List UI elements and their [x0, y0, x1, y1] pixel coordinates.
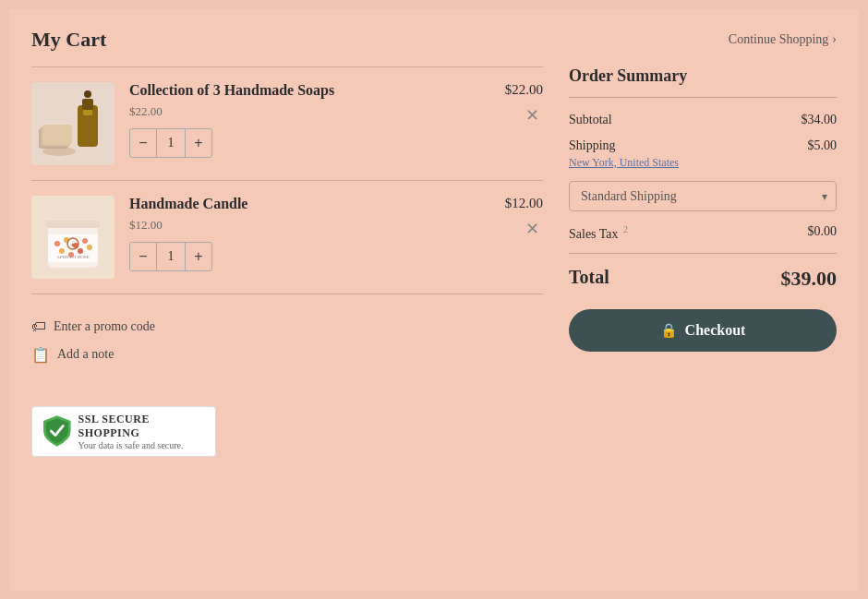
- svg-rect-3: [42, 125, 72, 145]
- cart-title: My Cart: [31, 28, 106, 52]
- qty-decrease-candle[interactable]: −: [130, 242, 156, 271]
- qty-value-candle: 1: [156, 243, 186, 270]
- svg-text:APRICOT ROSE: APRICOT ROSE: [56, 255, 89, 259]
- qty-increase-soap[interactable]: +: [186, 128, 211, 158]
- quantity-control-candle: − 1 +: [129, 242, 212, 271]
- main-layout: Collection of 3 Handmade Soaps $22.00 − …: [31, 66, 837, 457]
- promo-icon: 🏷: [31, 318, 46, 335]
- item-name-soap: Collection of 3 Handmade Soaps: [129, 82, 473, 99]
- order-summary: Order Summary Subtotal $34.00 Shipping N…: [569, 66, 837, 457]
- ssl-text: SSL SECURE SHOPPING Your data is safe an…: [78, 413, 204, 450]
- item-price-candle: $12.00: [488, 196, 543, 211]
- item-price-remove-soap: $22.00 ✕: [488, 82, 543, 126]
- cart-actions: 🏷 Enter a promo code 📋 Add a note: [31, 294, 543, 378]
- cart-item-candle: ✦ APRICOT ROSE Handmade Candle $12.00 − …: [31, 181, 543, 294]
- shipping-row: Shipping New York, United States $5.00: [569, 138, 837, 171]
- item-price-sub-candle: $12.00: [129, 218, 473, 233]
- subtotal-label: Subtotal: [569, 113, 612, 127]
- item-details-candle: Handmade Candle $12.00 − 1 +: [129, 196, 473, 271]
- item-name-candle: Handmade Candle: [129, 196, 473, 212]
- total-value: $39.00: [781, 267, 838, 291]
- shipping-label: Shipping: [569, 138, 679, 153]
- summary-divider-bottom: [569, 253, 837, 254]
- cart-header: My Cart Continue Shopping ›: [31, 28, 837, 52]
- lock-icon: 🔒: [660, 322, 678, 339]
- ssl-badge: SSL SECURE SHOPPING Your data is safe an…: [31, 406, 216, 457]
- total-row: Total $39.00: [569, 267, 837, 291]
- sales-tax-value: $0.00: [808, 224, 838, 239]
- promo-code-action[interactable]: 🏷 Enter a promo code: [31, 313, 543, 341]
- qty-increase-candle[interactable]: +: [186, 242, 211, 271]
- svg-point-12: [54, 241, 60, 246]
- qty-decrease-soap[interactable]: −: [130, 128, 156, 158]
- svg-rect-5: [82, 99, 93, 110]
- svg-point-16: [59, 248, 65, 254]
- remove-soap-button[interactable]: ✕: [522, 105, 543, 126]
- item-price-remove-candle: $12.00 ✕: [488, 196, 543, 239]
- subtotal-row: Subtotal $34.00: [569, 113, 837, 127]
- add-note-action[interactable]: 📋 Add a note: [31, 341, 543, 369]
- note-label: Add a note: [57, 347, 114, 362]
- summary-divider-top: [569, 97, 837, 98]
- total-label: Total: [569, 267, 609, 291]
- summary-title: Order Summary: [569, 66, 837, 86]
- item-image-soap: [31, 82, 115, 165]
- checkout-label: Checkout: [685, 322, 746, 339]
- shipping-method-select[interactable]: Standard Shipping Express Shipping Overn…: [569, 181, 837, 211]
- sales-tax-note: 2: [623, 224, 628, 234]
- svg-point-19: [87, 245, 92, 250]
- svg-point-6: [84, 90, 91, 98]
- remove-candle-button[interactable]: ✕: [522, 219, 543, 239]
- subtotal-value: $34.00: [802, 113, 838, 127]
- note-icon: 📋: [31, 346, 50, 364]
- shipping-label-block: Shipping New York, United States: [569, 138, 679, 171]
- shipping-select-wrapper: Standard Shipping Express Shipping Overn…: [569, 181, 837, 211]
- sales-tax-label: Sales Tax 2: [569, 224, 628, 242]
- ssl-subtitle: Your data is safe and secure.: [78, 440, 204, 450]
- qty-value-soap: 1: [156, 129, 186, 157]
- checkout-button[interactable]: 🔒 Checkout: [569, 309, 837, 352]
- page-container: My Cart Continue Shopping ›: [9, 9, 859, 591]
- item-image-candle: ✦ APRICOT ROSE: [31, 196, 115, 279]
- cart-section: Collection of 3 Handmade Soaps $22.00 − …: [31, 66, 543, 457]
- svg-rect-23: [46, 221, 100, 228]
- svg-rect-7: [83, 110, 92, 115]
- promo-label: Enter a promo code: [54, 319, 155, 334]
- svg-text:✦: ✦: [70, 242, 76, 249]
- item-price-soap: $22.00: [488, 82, 543, 98]
- svg-point-15: [82, 238, 88, 244]
- svg-point-18: [78, 248, 83, 254]
- cart-item-soap: Collection of 3 Handmade Soaps $22.00 − …: [31, 66, 543, 181]
- item-details-soap: Collection of 3 Handmade Soaps $22.00 − …: [129, 82, 473, 158]
- svg-point-8: [42, 147, 76, 156]
- item-price-sub-soap: $22.00: [129, 104, 473, 119]
- shipping-value: $5.00: [808, 138, 838, 153]
- ssl-shield-icon: [43, 414, 71, 448]
- quantity-control-soap: − 1 +: [129, 128, 212, 158]
- ssl-title: SSL SECURE SHOPPING: [78, 413, 204, 440]
- sales-tax-row: Sales Tax 2 $0.00: [569, 224, 837, 242]
- shipping-location[interactable]: New York, United States: [569, 155, 679, 171]
- continue-shopping-link[interactable]: Continue Shopping ›: [729, 32, 837, 47]
